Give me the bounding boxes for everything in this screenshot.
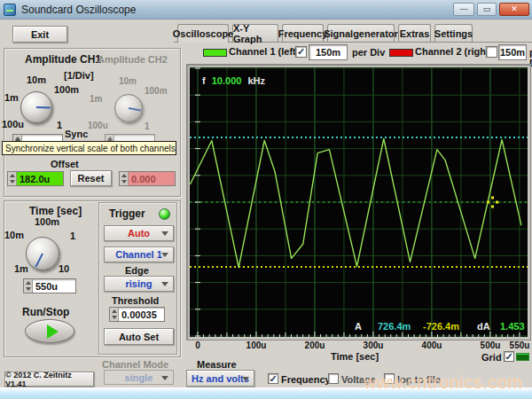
channel1-label: Channel 1 (left) [229,46,299,57]
frequency-checkbox[interactable] [268,373,278,384]
amplitude-ch1-title: Amplitude CH1 [25,53,101,66]
channel2-checkbox[interactable] [486,46,497,58]
trigger-mode-dropdown[interactable]: Auto [104,225,174,241]
cursor-a-label: A [355,321,362,332]
time-value[interactable]: 550u [33,279,75,293]
ch1-scale-100m: 100m [54,84,79,95]
ch2-knob-needle [129,107,141,111]
time-knob-needle [35,254,43,268]
tab-frequency[interactable]: Frequency [282,24,324,42]
offset-ch2-value: 0.000 [129,172,175,185]
measure-label: Measure [197,359,237,370]
offset-reset-button[interactable]: Reset [70,170,112,186]
grid-label: Grid [481,352,502,363]
minimize-icon: — [460,5,468,13]
offset-ch2-spinner [120,172,129,185]
title-bar: Soundcard Oszilloscope [0,0,532,20]
ch1-scale-1m: 1m [4,92,19,103]
measure-mode-dropdown[interactable]: Hz and volts [186,370,254,387]
offset-label: Offset [51,159,79,169]
voltage-checkbox[interactable] [328,373,339,384]
scope-canvas [190,67,528,337]
threshold-label: Threshold [112,295,159,306]
freq-value: 10.000 [212,75,242,86]
app-icon [4,4,16,16]
tab-extras[interactable]: Extras [398,24,431,42]
x-tick-400u: 400u [414,340,450,350]
grid-color-swatch [516,353,529,361]
delta-value: 1.453 [500,321,525,332]
time-knob[interactable] [26,237,59,270]
ch2-scale-10m: 10m [119,76,137,86]
exit-button[interactable]: Exit [12,26,67,43]
trigger-led [159,208,170,220]
channel-mode-label: Channel Mode [102,359,168,370]
tab-xy-graph[interactable]: X-Y Graph [232,24,278,42]
time-value-spinner[interactable] [24,279,33,293]
channel1-checkbox[interactable] [295,46,307,58]
tab-oscilloscope[interactable]: Oscilloscope [177,24,229,43]
grid-checkbox[interactable] [504,351,514,362]
x-tick-0: 0 [180,340,215,350]
ch1-knob-needle [36,106,51,109]
scope-plot[interactable]: f 10.000 kHz A 726.4m -726.4m dA 1.453 [190,67,528,337]
trigger-edge-dropdown[interactable]: rising [104,276,174,292]
ch2-scale-100m: 100m [145,86,168,96]
time-scale-1: 1 [70,231,75,241]
threshold-field[interactable]: 0.00035 [109,307,165,322]
trigger-title: Trigger [109,207,145,220]
maximize-button[interactable]: ▭ [477,3,497,16]
close-icon: ✕ [511,5,518,13]
freq-label: f [202,75,206,86]
delta-label: dA [477,321,490,332]
ch2-scale-100u: 100u [88,121,108,130]
copyright-button: © 2012 C. Zeitnitz V1.41 [4,372,94,387]
amplitude-ch1-knob[interactable] [20,91,52,123]
minimize-button[interactable]: — [453,3,474,16]
channel2-scale-field[interactable]: 150m [498,44,527,60]
run-stop-label: Run/Stop [22,306,69,318]
trigger-source-dropdown[interactable]: Channel 1 [104,246,174,262]
channel1-scale-field[interactable]: 150m [309,44,348,60]
channel1-scale-value[interactable]: 150m [309,45,347,59]
offset-ch2-field: 0.000 [119,171,176,186]
amplitude-ch2-knob[interactable] [114,94,143,122]
ch1-scale-10m: 10m [27,74,46,85]
frequency-checkbox-label: Frequency [281,374,331,385]
play-icon [47,325,59,339]
threshold-value[interactable]: 0.00035 [119,308,164,321]
channel1-perdiv-label: per Div [352,47,385,58]
auto-set-button[interactable]: Auto Set [104,328,174,345]
time-scale-1m: 1m [14,263,28,274]
x-tick-100u: 100u [239,340,274,350]
maximize-icon: ▭ [483,5,491,13]
watermark: www.cntronics.com [364,372,523,393]
tab-signalgenerator[interactable]: Signalgenerator [327,24,395,42]
tab-settings[interactable]: Settings [434,24,473,42]
close-button[interactable]: ✕ [499,3,529,16]
ch2-scale-1m: 1m [90,94,102,104]
channel-mode-dropdown[interactable]: single [104,370,174,385]
x-tick-300u: 300u [356,340,391,350]
cursor-a-value: 726.4m [378,321,411,332]
channel2-scale-value[interactable]: 150m [499,45,526,59]
offset-ch1-spinner[interactable] [8,172,17,185]
ch2-scale-1: 1 [145,121,150,131]
sync-label: Sync [65,129,88,139]
time-value-field[interactable]: 550u [23,278,76,293]
time-scale-10m: 10m [4,230,24,240]
time-scale-100m: 100m [35,216,59,227]
frequency-readout: f 10.000 kHz [202,75,265,86]
offset-ch1-field[interactable]: 182.0u [7,171,64,186]
freq-unit: kHz [247,75,265,86]
offset-ch1-value[interactable]: 182.0u [17,172,63,185]
x-tick-200u: 200u [297,340,332,350]
threshold-spinner[interactable] [110,308,119,321]
run-stop-button[interactable] [25,319,74,343]
amplitude-unit-label: [1/Div] [64,70,94,81]
channel2-color-swatch [389,49,413,57]
x-axis-label: Time [sec] [326,351,383,362]
cursor-b-value: -726.4m [423,321,459,332]
app-window: Soundcard Oszilloscope — ▭ ✕ Exit Amplit… [0,0,532,399]
ch1-scale-1: 1 [57,120,62,130]
